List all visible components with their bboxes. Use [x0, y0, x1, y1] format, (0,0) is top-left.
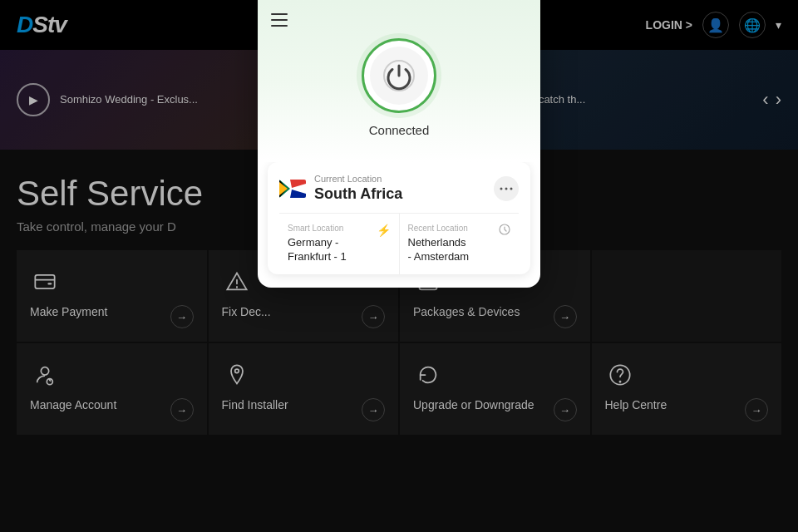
vpn-recent-label: Recent Location	[408, 224, 511, 233]
vpn-smart-label: Smart Location	[288, 224, 391, 233]
svg-point-19	[500, 187, 503, 190]
vpn-country-name: South Africa	[314, 185, 485, 203]
vpn-connected-status: Connected	[369, 123, 430, 137]
vpn-modal: Connected	[258, 0, 540, 288]
svg-rect-8	[271, 13, 288, 15]
vpn-location-card: Current Location South Africa Smart Loca…	[268, 162, 530, 274]
vpn-smart-location[interactable]: Smart Location Germany -Frankfurt - 1 ⚡	[279, 214, 400, 274]
svg-point-20	[505, 187, 508, 190]
svg-rect-10	[271, 25, 288, 27]
svg-rect-9	[271, 19, 288, 21]
vpn-recent-location[interactable]: Recent Location Netherlands- Amsterdam	[400, 214, 520, 274]
vpn-smart-name: Germany -Frankfurt - 1	[288, 236, 391, 264]
hamburger-menu-icon[interactable]	[271, 13, 288, 31]
vpn-more-button[interactable]	[494, 176, 519, 201]
lightning-icon: ⚡	[377, 224, 391, 237]
vpn-recent-name: Netherlands- Amsterdam	[408, 236, 511, 264]
vpn-current-label: Current Location	[314, 174, 485, 184]
clock-icon	[499, 224, 510, 238]
vpn-location-info: Current Location South Africa	[314, 174, 485, 203]
vpn-power-button[interactable]	[362, 38, 436, 113]
sa-flag	[279, 180, 306, 198]
vpn-current-location-row: Current Location South Africa	[279, 174, 519, 203]
vpn-sublocation-row: Smart Location Germany -Frankfurt - 1 ⚡ …	[279, 213, 519, 274]
modal-overlay: Connected	[0, 0, 798, 532]
svg-point-21	[510, 187, 513, 190]
vpn-power-inner	[370, 47, 428, 105]
vpn-top-section: Connected	[258, 0, 540, 162]
